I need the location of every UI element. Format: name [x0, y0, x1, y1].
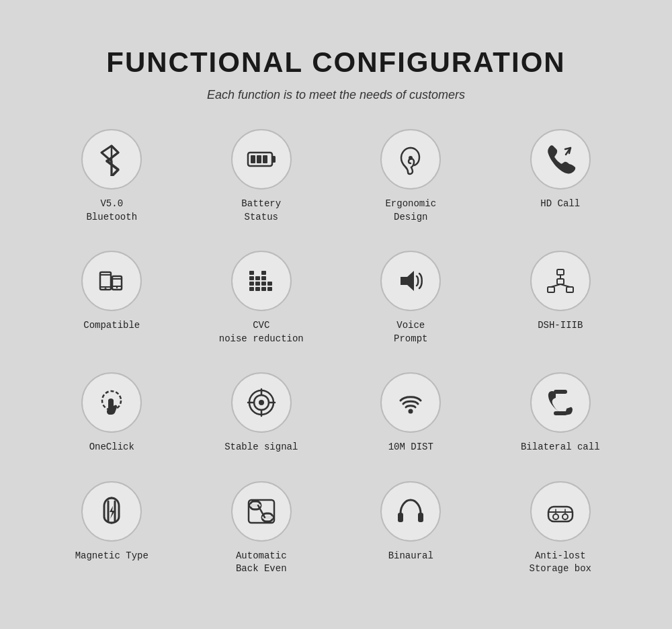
svg-point-59: [562, 514, 568, 519]
svg-rect-55: [418, 513, 423, 522]
antilost-label: Anti-lostStorage box: [530, 550, 591, 576]
page-title: FUNCTIONAL CONFIGURATION: [40, 46, 632, 79]
feature-oneclick: OneClick: [40, 372, 183, 454]
svg-rect-54: [398, 513, 403, 522]
page-container: FUNCTIONAL CONFIGURATION Each function i…: [0, 19, 672, 610]
svg-rect-32: [566, 287, 573, 292]
ergonomic-icon-circle: [380, 129, 441, 190]
svg-point-11: [105, 288, 107, 290]
magnetic-icon: [95, 495, 128, 528]
dist-label: 10M DIST: [388, 441, 433, 454]
binaural-icon-circle: [380, 481, 441, 542]
bilateral-icon-circle: [530, 372, 591, 433]
svg-rect-24: [261, 282, 266, 286]
binaural-label: Binaural: [388, 550, 433, 563]
svg-point-58: [553, 514, 558, 519]
svg-rect-4: [257, 155, 261, 163]
svg-marker-29: [401, 271, 414, 291]
speaker-icon: [394, 264, 427, 298]
compatible-icon-circle: [81, 251, 142, 311]
feature-dist: 10M DIST: [339, 372, 482, 454]
chain-icon: [245, 495, 278, 528]
battery-icon-circle: [231, 129, 292, 190]
features-grid: V5.0Bluetooth BatteryStatus: [40, 129, 632, 576]
stable-label: Stable signal: [224, 441, 298, 454]
svg-rect-5: [263, 155, 267, 163]
svg-line-35: [551, 284, 560, 287]
feature-binaural: Binaural: [339, 481, 482, 576]
svg-point-45: [409, 409, 413, 414]
svg-rect-47: [554, 411, 567, 415]
feature-hdcall: HD Call: [489, 129, 632, 224]
svg-rect-21: [255, 282, 260, 286]
hdcall-label: HD Call: [540, 198, 580, 211]
box-icon: [544, 495, 577, 528]
svg-rect-3: [251, 155, 255, 163]
svg-rect-33: [557, 279, 564, 284]
svg-point-40: [259, 400, 264, 405]
feature-stable: Stable signal: [190, 372, 333, 454]
battery-label: BatteryStatus: [241, 198, 281, 224]
page-subtitle: Each function is to meet the needs of cu…: [40, 88, 632, 102]
feature-cvc: CVCnoise reduction: [190, 251, 333, 345]
telephone-icon: [544, 386, 577, 419]
stable-icon-circle: [231, 372, 292, 433]
svg-rect-56: [548, 507, 573, 521]
bluetooth-label: V5.0Bluetooth: [86, 198, 137, 224]
svg-rect-2: [272, 156, 276, 163]
feature-battery: BatteryStatus: [190, 129, 333, 224]
svg-point-15: [116, 287, 118, 288]
svg-rect-20: [255, 287, 260, 291]
svg-rect-22: [255, 276, 260, 280]
bluetooth-icon-circle: [81, 129, 142, 190]
svg-rect-16: [249, 287, 254, 291]
equalizer-icon: [245, 264, 278, 298]
svg-point-6: [409, 156, 413, 160]
hdcall-icon-circle: [530, 129, 591, 190]
bilateral-label: Bilateral call: [521, 441, 600, 454]
svg-rect-18: [249, 276, 254, 280]
devices-icon: [95, 264, 128, 298]
voice-label: VoicePrompt: [394, 319, 427, 345]
dsh-icon-circle: [530, 251, 591, 311]
voice-icon-circle: [380, 251, 441, 311]
svg-rect-28: [267, 282, 272, 286]
svg-line-36: [560, 284, 570, 287]
autoback-label: AutomaticBack Even: [236, 550, 287, 576]
touch-icon: [95, 386, 128, 419]
svg-rect-17: [249, 282, 254, 286]
dsh-label: DSH-IIIB: [538, 319, 583, 333]
autoback-icon-circle: [231, 481, 292, 542]
cvc-icon-circle: [231, 251, 292, 311]
bluetooth-icon: [95, 142, 128, 176]
svg-rect-23: [261, 287, 266, 291]
antilost-icon-circle: [530, 481, 591, 542]
oneclick-icon-circle: [81, 372, 142, 433]
target-icon: [245, 386, 278, 419]
magnetic-label: Magnetic Type: [75, 550, 149, 563]
feature-autoback: AutomaticBack Even: [190, 481, 333, 576]
svg-rect-46: [554, 390, 567, 394]
cvc-label: CVCnoise reduction: [219, 319, 304, 345]
network-icon: [544, 264, 577, 298]
headphones-icon: [394, 495, 427, 528]
phone-icon: [544, 142, 577, 176]
feature-antilost: Anti-lostStorage box: [489, 481, 632, 576]
feature-compatible: Compatible: [40, 251, 183, 345]
magnetic-icon-circle: [81, 481, 142, 542]
feature-bluetooth: V5.0Bluetooth: [40, 129, 183, 224]
feature-ergonomic: ErgonomicDesign: [339, 129, 482, 224]
svg-rect-26: [261, 271, 266, 275]
battery-icon: [245, 142, 278, 176]
ergonomic-label: ErgonomicDesign: [385, 198, 436, 224]
oneclick-label: OneClick: [89, 441, 134, 454]
dist-icon-circle: [380, 372, 441, 433]
svg-rect-27: [267, 287, 272, 291]
feature-voice: VoicePrompt: [339, 251, 482, 345]
feature-bilateral: Bilateral call: [489, 372, 632, 454]
compatible-label: Compatible: [83, 319, 140, 333]
feature-magnetic: Magnetic Type: [40, 481, 183, 576]
svg-rect-19: [249, 271, 254, 275]
svg-rect-25: [261, 276, 266, 280]
svg-rect-31: [548, 287, 554, 292]
